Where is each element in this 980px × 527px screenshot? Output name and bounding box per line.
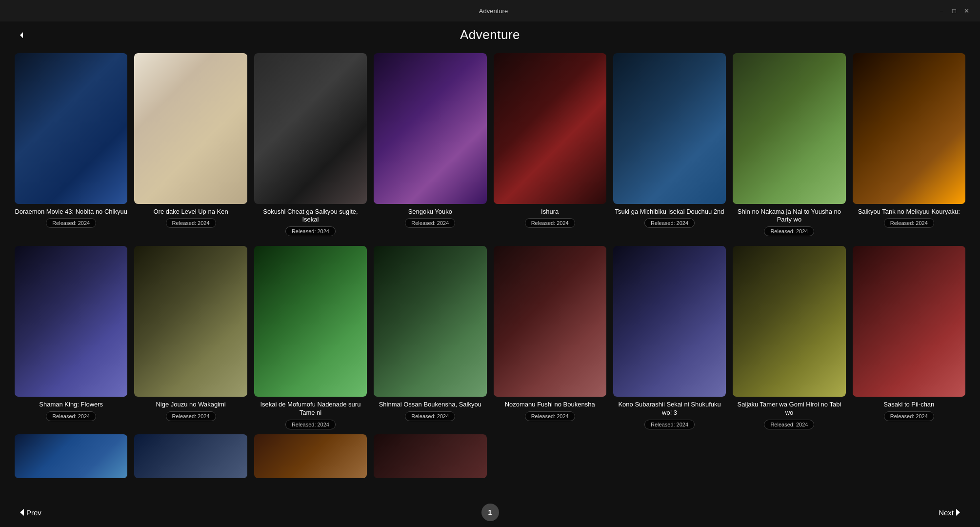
release-badge: Released: 2024 [166, 411, 216, 421]
anime-card[interactable]: Nige Jouzu no WakagimiReleased: 2024 [134, 246, 247, 429]
anime-card[interactable]: Shinmai Ossan Boukensha, SaikyouReleased… [374, 246, 486, 429]
anime-card[interactable]: Saikyou Tank no Meikyuu Kouryaku:Release… [853, 53, 965, 236]
page-title: Adventure [460, 27, 520, 42]
anime-card[interactable]: Sasaki to Pii-chanReleased: 2024 [853, 246, 965, 429]
release-badge: Released: 2024 [405, 411, 455, 421]
anime-title: Kono Subarashii Sekai ni Shukufuku wo! 3 [613, 401, 726, 417]
anime-title: Saikyou Tank no Meikyuu Kouryaku: [858, 208, 960, 216]
anime-grid-row1: Doraemon Movie 43: Nobita no ChikyuuRele… [0, 48, 980, 241]
release-badge: Released: 2024 [764, 420, 814, 429]
anime-card[interactable]: IshuraReleased: 2024 [494, 53, 606, 236]
anime-title: Nige Jouzu no Wakagimi [156, 401, 225, 409]
window-controls: − □ ✕ [938, 7, 970, 14]
anime-title: Isekai de Mofumofu Nadenade suru Tame ni [254, 401, 367, 417]
anime-title: Ishura [541, 208, 559, 216]
release-badge: Released: 2024 [764, 226, 814, 236]
anime-title: Sasaki to Pii-chan [883, 401, 934, 409]
next-button[interactable]: Next [929, 505, 970, 521]
partial-anime-card[interactable] [15, 434, 127, 478]
release-badge: Released: 2024 [644, 218, 695, 228]
anime-title: Doraemon Movie 43: Nobita no Chikyuu [15, 208, 127, 216]
release-badge: Released: 2024 [525, 218, 575, 228]
release-badge: Released: 2024 [884, 218, 934, 228]
anime-card[interactable]: Sokushi Cheat ga Saikyou sugite, IsekaiR… [254, 53, 367, 236]
header: Adventure [0, 21, 980, 48]
anime-card[interactable]: Nozomanu Fushi no BoukenshaReleased: 202… [494, 246, 606, 429]
pagination: Prev 1 Next [0, 498, 980, 527]
anime-title: Ore dake Level Up na Ken [153, 208, 228, 216]
anime-card[interactable]: Kono Subarashii Sekai ni Shukufuku wo! 3… [613, 246, 726, 429]
page-number: 1 [481, 504, 499, 521]
anime-grid-row2: Shaman King: FlowersReleased: 2024Nige J… [0, 241, 980, 434]
maximize-button[interactable]: □ [951, 7, 958, 14]
close-button[interactable]: ✕ [963, 7, 970, 14]
partial-anime-card[interactable] [374, 434, 486, 478]
top-bar: Adventure − □ ✕ [0, 0, 980, 21]
anime-title: Shaman King: Flowers [39, 401, 103, 409]
window-title: Adventure [479, 7, 508, 15]
anime-title: Sokushi Cheat ga Saikyou sugite, Isekai [254, 208, 367, 224]
anime-card[interactable]: Isekai de Mofumofu Nadenade suru Tame ni… [254, 246, 367, 429]
anime-card[interactable]: Tsuki ga Michibiku Isekai Douchuu 2ndRel… [613, 53, 726, 236]
anime-card[interactable]: Ore dake Level Up na KenReleased: 2024 [134, 53, 247, 236]
anime-title: Shin no Nakama ja Nai to Yuusha no Party… [733, 208, 845, 224]
release-badge: Released: 2024 [405, 218, 455, 228]
prev-button[interactable]: Prev [10, 505, 51, 521]
release-badge: Released: 2024 [644, 420, 695, 429]
anime-card[interactable]: Saijaku Tamer wa Gomi Hiroi no Tabi woRe… [733, 246, 845, 429]
release-badge: Released: 2024 [46, 411, 96, 421]
anime-title: Shinmai Ossan Boukensha, Saikyou [379, 401, 481, 409]
anime-title: Nozomanu Fushi no Boukensha [505, 401, 595, 409]
partial-anime-card[interactable] [254, 434, 367, 478]
back-button[interactable] [12, 25, 31, 45]
anime-card[interactable]: Shin no Nakama ja Nai to Yuusha no Party… [733, 53, 845, 236]
release-badge: Released: 2024 [46, 218, 96, 228]
partial-anime-card[interactable] [134, 434, 247, 478]
anime-card[interactable]: Doraemon Movie 43: Nobita no ChikyuuRele… [15, 53, 127, 236]
minimize-button[interactable]: − [938, 7, 945, 14]
anime-title: Saijaku Tamer wa Gomi Hiroi no Tabi wo [733, 401, 845, 417]
anime-card[interactable]: Sengoku YoukoReleased: 2024 [374, 53, 486, 236]
release-badge: Released: 2024 [525, 411, 575, 421]
release-badge: Released: 2024 [166, 218, 216, 228]
release-badge: Released: 2024 [884, 411, 934, 421]
release-badge: Released: 2024 [285, 226, 336, 236]
partial-row [0, 434, 980, 478]
anime-title: Tsuki ga Michibiku Isekai Douchuu 2nd [615, 208, 724, 216]
anime-card[interactable]: Shaman King: FlowersReleased: 2024 [15, 246, 127, 429]
release-badge: Released: 2024 [285, 420, 336, 429]
anime-title: Sengoku Youko [408, 208, 452, 216]
